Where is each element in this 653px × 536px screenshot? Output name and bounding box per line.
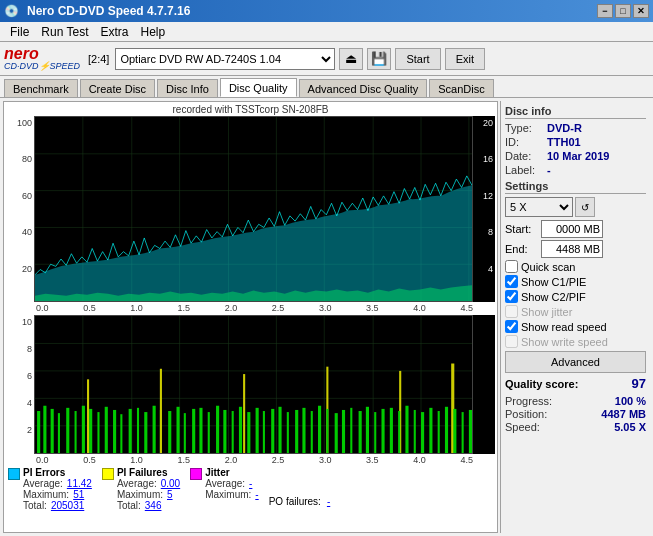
settings-refresh-btn[interactable]: ↺	[575, 197, 595, 217]
disc-type-label: Type:	[505, 122, 547, 134]
svg-rect-50	[232, 411, 234, 453]
svg-rect-85	[462, 412, 464, 453]
menu-extra[interactable]: Extra	[94, 23, 134, 41]
x-labels-upper: 0.00.51.01.52.0 2.53.03.54.04.5	[6, 302, 495, 313]
show-c1-pie-label: Show C1/PIE	[521, 276, 586, 288]
jitter-color-swatch	[190, 468, 202, 480]
speed-select[interactable]: 5 X 1 X 2 X 4 X 8 X	[505, 197, 573, 217]
svg-rect-53	[160, 369, 162, 453]
exit-button[interactable]: Exit	[445, 48, 485, 70]
svg-rect-77	[398, 411, 400, 453]
svg-rect-44	[184, 413, 186, 453]
quality-score-row: Quality score: 97	[505, 376, 646, 391]
y-label-lower-4: 4	[8, 398, 32, 408]
disc-label-row: Label: -	[505, 164, 646, 176]
end-mb-input[interactable]: 4488 MB	[541, 240, 603, 258]
show-read-speed-checkbox[interactable]	[505, 320, 518, 333]
maximize-button[interactable]: □	[615, 4, 631, 18]
svg-rect-81	[429, 408, 432, 453]
position-value: 4487 MB	[601, 408, 646, 420]
svg-rect-38	[137, 408, 139, 453]
svg-rect-37	[129, 409, 132, 453]
jit-max-key: Maximum:	[205, 489, 251, 500]
lower-chart-svg	[35, 316, 472, 453]
show-read-speed-row[interactable]: Show read speed	[505, 320, 646, 333]
drive-select[interactable]: Optiarc DVD RW AD-7240S 1.04	[115, 48, 335, 70]
svg-rect-74	[374, 412, 376, 453]
eject-icon-btn[interactable]: ⏏	[339, 48, 363, 70]
disc-label-label: Label:	[505, 164, 547, 176]
show-c1-pie-row[interactable]: Show C1/PIE	[505, 275, 646, 288]
legend-area: PI Errors Average:11.42 Maximum:51 Total…	[6, 465, 495, 511]
pi-max-key: Maximum:	[23, 489, 69, 500]
svg-rect-31	[82, 406, 85, 454]
tab-disc-quality[interactable]: Disc Quality	[220, 78, 297, 97]
nero-logo-bottom: CD·DVD⚡SPEED	[4, 62, 80, 71]
speed-value: 5.05 X	[614, 421, 646, 433]
svg-rect-68	[326, 409, 328, 453]
svg-rect-64	[295, 410, 298, 453]
menu-run-test[interactable]: Run Test	[35, 23, 94, 41]
minimize-button[interactable]: −	[597, 4, 613, 18]
save-icon-btn[interactable]: 💾	[367, 48, 391, 70]
y-label-lower-8: 8	[8, 344, 32, 354]
svg-rect-84	[453, 409, 456, 453]
svg-rect-49	[223, 410, 226, 453]
end-mb-label: End:	[505, 243, 541, 255]
progress-value: 100 %	[615, 395, 646, 407]
menu-help[interactable]: Help	[135, 23, 172, 41]
show-c2-pif-checkbox[interactable]	[505, 290, 518, 303]
svg-rect-78	[405, 406, 408, 454]
show-c2-pif-row[interactable]: Show C2/PIF	[505, 290, 646, 303]
jit-max-val: -	[255, 489, 258, 500]
start-mb-input[interactable]: 0000 MB	[541, 220, 603, 238]
menu-file[interactable]: File	[4, 23, 35, 41]
close-button[interactable]: ✕	[633, 4, 649, 18]
pi-errors-stats: PI Errors Average:11.42 Maximum:51 Total…	[23, 467, 92, 511]
y-label-upper-40: 40	[8, 227, 32, 237]
chart-area: recorded with TSSTcorp SN-208FB 100 80 6…	[3, 101, 498, 533]
svg-rect-34	[105, 407, 108, 453]
progress-label: Progress:	[505, 395, 552, 407]
pi-total-val: 205031	[51, 500, 84, 511]
svg-rect-71	[350, 408, 352, 453]
tab-advanced-disc-quality[interactable]: Advanced Disc Quality	[299, 79, 428, 97]
speed-setting-row: 5 X 1 X 2 X 4 X 8 X ↺	[505, 197, 646, 217]
svg-rect-36	[120, 414, 122, 453]
app-icon: 💿	[4, 4, 19, 18]
tabs-bar: Benchmark Create Disc Disc Info Disc Qua…	[0, 76, 653, 98]
tab-create-disc[interactable]: Create Disc	[80, 79, 155, 97]
svg-rect-42	[168, 411, 171, 453]
y-right-upper-16: 16	[475, 154, 493, 164]
show-write-speed-label: Show write speed	[521, 336, 608, 348]
jitter-stats: Jitter Average:- Maximum:-	[205, 467, 258, 500]
svg-rect-60	[263, 411, 265, 453]
legend-pi-errors: PI Errors Average:11.42 Maximum:51 Total…	[8, 467, 92, 511]
svg-rect-52	[87, 379, 89, 453]
pi-total-key: Total:	[23, 500, 47, 511]
tab-benchmark[interactable]: Benchmark	[4, 79, 78, 97]
svg-rect-40	[153, 406, 156, 454]
quick-scan-label: Quick scan	[521, 261, 575, 273]
pi-failures-stats: PI Failures Average:0.00 Maximum:5 Total…	[117, 467, 180, 511]
y-right-upper-8: 8	[475, 227, 493, 237]
pi-failures-label: PI Failures	[117, 467, 180, 478]
start-button[interactable]: Start	[395, 48, 440, 70]
disc-id-value: TTH01	[547, 136, 581, 148]
quick-scan-row[interactable]: Quick scan	[505, 260, 646, 273]
disc-date-value: 10 Mar 2019	[547, 150, 609, 162]
quick-scan-checkbox[interactable]	[505, 260, 518, 273]
upper-chart-svg	[35, 117, 472, 301]
tab-disc-info[interactable]: Disc Info	[157, 79, 218, 97]
advanced-button[interactable]: Advanced	[505, 351, 646, 373]
svg-rect-45	[192, 409, 195, 453]
y-label-upper-100: 100	[8, 118, 32, 128]
show-read-speed-label: Show read speed	[521, 321, 607, 333]
svg-rect-35	[113, 410, 116, 453]
y-label-lower-2: 2	[8, 425, 32, 435]
disc-info-title: Disc info	[505, 105, 646, 119]
svg-rect-48	[216, 406, 219, 454]
tab-scandisc[interactable]: ScanDisc	[429, 79, 493, 97]
pif-avg-key: Average:	[117, 478, 157, 489]
show-c1-pie-checkbox[interactable]	[505, 275, 518, 288]
